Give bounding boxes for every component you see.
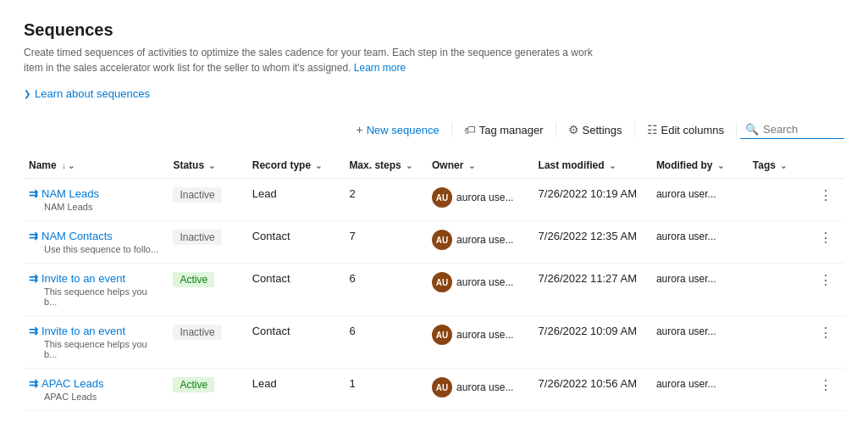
col-header-record-type[interactable]: Record type ⌄ [247,153,345,179]
cell-modified-3: 7/26/2022 10:09 AM [534,316,651,369]
sequence-name-link[interactable]: NAM Leads [41,187,99,200]
toolbar-divider-3 [634,122,635,137]
chevron-down-icon: ⌄ [780,161,787,170]
avatar: AU [432,325,452,345]
cell-status-2: Active [168,264,246,316]
learn-about-sequences[interactable]: ❯ Learn about sequences [24,87,150,100]
cell-owner-2: AU aurora use... [427,264,534,316]
sequence-sub: This sequence helps you b... [29,339,159,359]
avatar: AU [432,230,452,250]
cell-modifiedby-0: aurora user... [651,179,748,221]
sequence-icon: ⇉ [29,377,38,390]
settings-button[interactable]: ⚙ Settings [560,119,631,141]
search-box[interactable]: 🔍 [740,120,844,139]
cell-more-1: ⋮ [810,221,844,264]
col-header-last-modified[interactable]: Last modified ⌄ [534,153,651,179]
row-more-button[interactable]: ⋮ [815,230,836,247]
cell-more-2: ⋮ [810,264,844,316]
cell-record-2: Contact [247,264,345,316]
sequence-name-link[interactable]: NAM Contacts [41,230,113,242]
cell-steps-2: 6 [344,264,427,316]
sequence-icon: ⇉ [29,272,38,285]
search-input[interactable] [763,123,839,136]
owner-name: aurora use... [456,276,513,288]
cell-name-3: ⇉ Invite to an event This sequence helps… [24,316,168,369]
toolbar-divider-1 [451,122,452,137]
modified-by-name: aurora user... [656,273,716,285]
sequence-sub: NAM Leads [29,202,159,212]
owner-name: aurora use... [456,381,513,393]
status-badge: Active [173,377,214,392]
table-row: ⇉ NAM Contacts Use this sequence to foll… [24,221,844,264]
status-badge: Inactive [173,230,221,245]
tag-icon: 🏷 [464,123,476,136]
chevron-down-icon: ⌄ [315,161,322,170]
row-more-button[interactable]: ⋮ [815,325,836,342]
status-badge: Inactive [173,187,221,203]
row-more-button[interactable]: ⋮ [815,272,836,289]
sequence-sub: This sequence helps you b... [29,286,159,307]
modified-by-name: aurora user... [656,325,716,337]
page-title: Sequences [24,20,844,40]
col-header-status[interactable]: Status ⌄ [168,153,246,179]
table-row: ⇉ Invite to an event This sequence helps… [24,316,844,369]
row-more-button[interactable]: ⋮ [815,187,836,204]
col-header-tags[interactable]: Tags ⌄ [748,153,810,179]
sequence-name-link[interactable]: Invite to an event [41,325,125,337]
chevron-down-icon: ⌄ [406,161,412,170]
sequences-table: Name ↓⌄ Status ⌄ Record type ⌄ Max. step… [24,153,844,411]
cell-owner-3: AU aurora use... [427,316,534,369]
sequence-sub: Use this sequence to follo... [29,244,159,254]
cell-modified-1: 7/26/2022 12:35 AM [534,221,651,264]
cell-tags-2 [748,264,810,316]
cell-modifiedby-2: aurora user... [651,264,748,316]
cell-more-4: ⋮ [810,369,844,411]
toolbar-divider-4 [736,122,737,137]
chevron-down-icon: ⌄ [609,161,616,170]
modified-by-name: aurora user... [656,188,716,200]
table-row: ⇉ APAC Leads APAC Leads Active Lead 1 AU… [24,369,844,411]
tag-manager-button[interactable]: 🏷 Tag manager [456,119,552,141]
cell-name-2: ⇉ Invite to an event This sequence helps… [24,264,168,316]
cell-status-1: Inactive [168,221,246,264]
cell-record-0: Lead [247,179,345,221]
cell-modifiedby-4: aurora user... [651,369,748,411]
col-header-owner[interactable]: Owner ⌄ [427,153,534,179]
cell-tags-3 [748,316,810,369]
cell-modifiedby-1: aurora user... [651,221,748,264]
page-container: Sequences Create timed sequences of acti… [0,0,868,428]
sequence-icon: ⇉ [29,325,38,337]
row-more-button[interactable]: ⋮ [815,377,836,394]
status-badge: Active [173,272,214,287]
col-header-max-steps[interactable]: Max. steps ⌄ [344,153,427,179]
cell-status-4: Active [168,369,246,411]
cell-modified-2: 7/26/2022 11:27 AM [534,264,651,316]
modified-by-name: aurora user... [656,231,716,242]
new-sequence-button[interactable]: + New sequence [348,119,448,141]
sequence-sub: APAC Leads [29,392,159,402]
cell-tags-4 [748,369,810,411]
owner-name: aurora use... [456,234,513,246]
col-header-name[interactable]: Name ↓⌄ [24,153,168,179]
cell-modified-4: 7/26/2022 10:56 AM [534,369,651,411]
sequence-name-link[interactable]: Invite to an event [41,272,125,285]
sequence-icon: ⇉ [29,187,38,200]
cell-status-0: Inactive [168,179,246,221]
cell-more-3: ⋮ [810,316,844,369]
sequence-icon: ⇉ [29,230,38,242]
table-row: ⇉ NAM Leads NAM Leads Inactive Lead 2 AU… [24,179,844,221]
cell-status-3: Inactive [168,316,246,369]
col-header-modified-by[interactable]: Modified by ⌄ [651,153,748,179]
toolbar-divider-2 [556,122,556,137]
columns-icon: ☷ [647,123,658,136]
sequence-name-link[interactable]: APAC Leads [41,377,103,390]
cell-modifiedby-3: aurora user... [651,316,748,369]
toolbar: + New sequence 🏷 Tag manager ⚙ Settings … [24,119,844,146]
status-badge: Inactive [173,325,221,340]
edit-columns-button[interactable]: ☷ Edit columns [639,119,733,141]
cell-record-4: Lead [247,369,345,411]
cell-tags-0 [748,179,810,221]
chevron-down-icon: ⌄ [468,161,475,170]
learn-more-link[interactable]: Learn more [354,62,406,74]
cell-name-0: ⇉ NAM Leads NAM Leads [24,179,168,221]
